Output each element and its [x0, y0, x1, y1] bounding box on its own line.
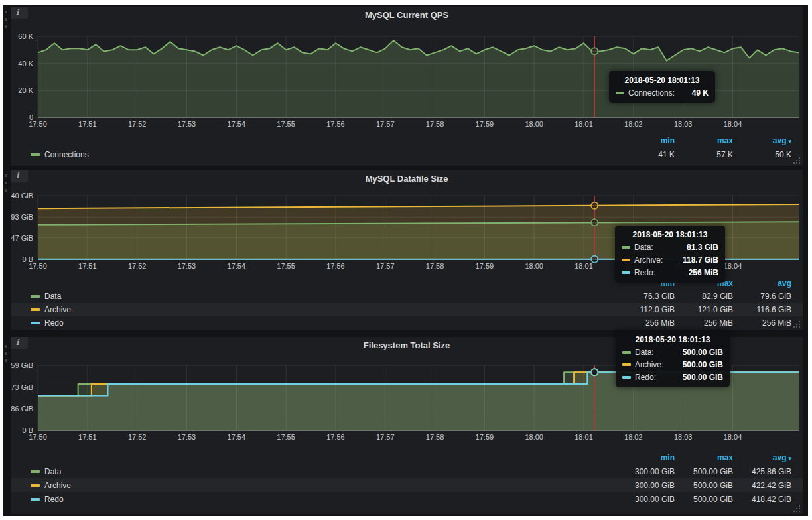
svg-text:17:59: 17:59	[476, 433, 494, 441]
svg-text:17:54: 17:54	[228, 120, 246, 128]
svg-text:18:01: 18:01	[575, 262, 593, 270]
svg-text:18:04: 18:04	[724, 120, 742, 128]
panel-drag-handle[interactable]	[5, 345, 7, 348]
panel-resize-handle[interactable]	[793, 157, 801, 164]
svg-text:18:01: 18:01	[575, 433, 593, 441]
svg-text:93 GiB: 93 GiB	[11, 213, 33, 221]
legend-sort-avg-label: avg	[773, 136, 787, 145]
svg-text:18:03: 18:03	[674, 433, 693, 441]
svg-text:17:51: 17:51	[78, 120, 97, 128]
legend-row-redo: Redo 300.00 GiB 500.00 GiB 418.42 GiB	[11, 492, 803, 506]
legend-stat-min: 300.00 GiB	[616, 481, 675, 490]
panel-title[interactable]: MySQL Current QPS	[11, 10, 803, 20]
legend-stat-min: 76.3 GiB	[616, 292, 675, 301]
svg-text:17:53: 17:53	[178, 120, 196, 128]
legend-stat-min: 300.00 GiB	[616, 495, 675, 504]
legend-series-label: Archive	[44, 305, 71, 314]
svg-text:18:00: 18:00	[525, 433, 543, 441]
svg-text:17:55: 17:55	[277, 120, 295, 128]
grafana-dashboard-screenshot: i MySQL Current QPS 020 K40 K60 K17:5017…	[0, 0, 812, 520]
svg-text:17:57: 17:57	[376, 120, 395, 128]
svg-text:17:56: 17:56	[326, 262, 345, 270]
legend-stat-max: 121.0 GiB	[675, 305, 733, 314]
panel-resize-handle[interactable]	[793, 321, 801, 328]
svg-text:17:50: 17:50	[29, 433, 47, 441]
series-color-dash	[31, 484, 40, 487]
panel-drag-handle[interactable]	[5, 174, 7, 177]
legend-row-data: Data 300.00 GiB 500.00 GiB 425.86 GiB	[11, 464, 803, 478]
legend-series-label: Connections	[44, 150, 89, 159]
legend-sort-max[interactable]: max	[675, 453, 733, 462]
legend-row-connections: Connections 41 K 57 K 50 K	[11, 147, 803, 162]
legend-sort-min[interactable]: min	[616, 453, 675, 462]
svg-text:17:53: 17:53	[178, 262, 196, 270]
panel-mysql-current-qps: i MySQL Current QPS 020 K40 K60 K17:5017…	[11, 7, 803, 166]
legend-series-toggle[interactable]: Connections	[31, 150, 89, 159]
legend-series-toggle[interactable]: Data	[31, 292, 61, 301]
legend-stat-max: 500.00 GiB	[675, 495, 733, 504]
panel-mysql-datafile-size: i MySQL Datafile Size 0 B47 GiB93 GiB140…	[11, 170, 803, 330]
svg-text:140 GiB: 140 GiB	[11, 192, 33, 200]
caret-down-icon: ▾	[788, 138, 791, 145]
legend-header-row: min max avg▾	[11, 451, 803, 464]
legend-stat-avg: 422.42 GiB	[733, 481, 791, 490]
legend-stat-min: 256 MiB	[616, 318, 675, 328]
panel-drag-handle[interactable]	[5, 11, 7, 13]
legend-header-row: min max avg▾	[11, 134, 803, 147]
legend-sort-avg[interactable]: avg▾	[733, 453, 791, 462]
legend-row-archive: Archive 112.0 GiB 121.0 GiB 116.6 GiB	[11, 303, 803, 316]
svg-text:17:59: 17:59	[476, 120, 494, 128]
svg-text:17:55: 17:55	[277, 262, 295, 270]
svg-text:17:54: 17:54	[228, 433, 246, 441]
legend-series-label: Data	[44, 292, 61, 301]
caret-down-icon: ▾	[788, 455, 791, 462]
legend-stat-avg: 418.42 GiB	[733, 495, 791, 504]
panel-title[interactable]: Filesystem Total Size	[11, 340, 803, 350]
legend-sort-avg-label: avg	[773, 453, 787, 462]
svg-text:18:03: 18:03	[674, 262, 693, 270]
svg-text:18:00: 18:00	[525, 120, 543, 128]
svg-text:17:56: 17:56	[326, 433, 345, 441]
panel-filesystem-total-size: i Filesystem Total Size 0 B186 GiB373 Gi…	[11, 337, 803, 514]
legend-series-label: Archive	[44, 481, 71, 490]
svg-text:373 GiB: 373 GiB	[11, 383, 33, 391]
legend-sort-min[interactable]: min	[616, 136, 675, 145]
legend-series-toggle[interactable]: Redo	[31, 318, 64, 328]
svg-text:17:57: 17:57	[376, 433, 395, 441]
legend-series-toggle[interactable]: Archive	[31, 481, 71, 490]
svg-text:17:58: 17:58	[426, 433, 444, 441]
legend-stat-min: 300.00 GiB	[616, 467, 675, 476]
panel-legend: min max avg▾ Connections 41 K 57 K 50 K	[11, 134, 803, 162]
svg-text:17:54: 17:54	[228, 262, 246, 270]
series-color-dash	[31, 308, 40, 311]
legend-series-toggle[interactable]: Data	[31, 467, 61, 476]
legend-sort-min[interactable]: min	[616, 279, 675, 288]
legend-sort-max[interactable]: max	[675, 279, 733, 288]
svg-text:18:02: 18:02	[624, 433, 643, 441]
svg-text:20 K: 20 K	[18, 86, 33, 94]
svg-text:17:58: 17:58	[426, 120, 444, 128]
svg-text:18:03: 18:03	[674, 120, 693, 128]
legend-stat-min: 112.0 GiB	[616, 305, 675, 314]
legend-sort-avg[interactable]: avg	[733, 279, 791, 288]
panel-title[interactable]: MySQL Datafile Size	[11, 174, 803, 184]
svg-text:17:51: 17:51	[78, 433, 97, 441]
legend-series-toggle[interactable]: Redo	[31, 495, 64, 504]
legend-stat-max: 500.00 GiB	[675, 467, 733, 476]
svg-text:17:59: 17:59	[476, 262, 494, 270]
svg-text:17:52: 17:52	[128, 433, 147, 441]
legend-series-toggle[interactable]: Archive	[31, 305, 71, 314]
panel-legend: min max avg▾ Data 300.00 GiB 500.00 GiB …	[11, 451, 803, 506]
svg-text:17:53: 17:53	[178, 433, 196, 441]
svg-text:17:58: 17:58	[426, 262, 444, 270]
svg-text:17:50: 17:50	[29, 262, 47, 270]
svg-text:17:55: 17:55	[277, 433, 295, 441]
legend-stat-avg: 79.6 GiB	[733, 292, 791, 301]
svg-text:40 K: 40 K	[18, 60, 33, 68]
legend-row-data: Data 76.3 GiB 82.9 GiB 79.6 GiB	[11, 290, 803, 303]
legend-sort-max[interactable]: max	[675, 136, 733, 145]
svg-text:18:00: 18:00	[525, 262, 543, 270]
panel-resize-handle[interactable]	[793, 505, 801, 513]
series-color-dash	[31, 153, 40, 156]
legend-sort-avg[interactable]: avg▾	[733, 136, 791, 145]
